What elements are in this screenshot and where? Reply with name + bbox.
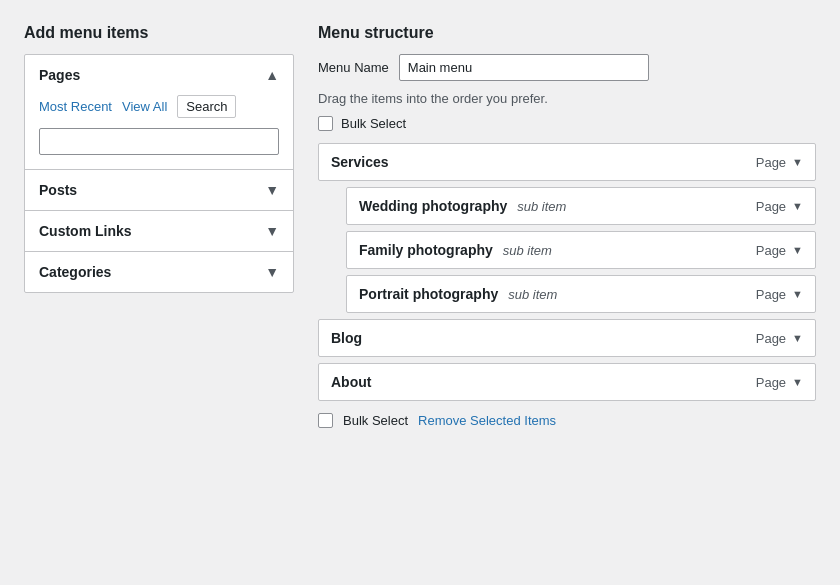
accordion-label-posts: Posts: [39, 182, 77, 198]
menu-item-services-toggle-icon[interactable]: ▼: [792, 156, 803, 168]
menu-item-services-name: Services: [331, 154, 389, 170]
accordion-label-categories: Categories: [39, 264, 111, 280]
menu-name-row: Menu Name: [318, 54, 816, 81]
menu-item-about-name: About: [331, 374, 371, 390]
menu-item-services-left: Services: [331, 154, 389, 170]
menu-item-wedding-type: Page: [756, 199, 786, 214]
categories-arrow-icon: ▼: [265, 264, 279, 280]
accordion-header-posts[interactable]: Posts ▼: [25, 170, 293, 210]
menu-item-about-right: Page ▼: [756, 375, 803, 390]
menu-item-portrait-name: Portrait photography: [359, 286, 498, 302]
menu-item-blog: Blog Page ▼: [318, 319, 816, 357]
menu-item-about-left: About: [331, 374, 371, 390]
menu-item-blog-right: Page ▼: [756, 331, 803, 346]
bulk-select-bottom-label: Bulk Select: [343, 413, 408, 428]
right-panel-title: Menu structure: [318, 24, 816, 42]
bulk-select-top-label: Bulk Select: [341, 116, 406, 131]
menu-name-label: Menu Name: [318, 60, 389, 75]
tab-most-recent[interactable]: Most Recent: [39, 99, 112, 114]
remove-selected-items-link[interactable]: Remove Selected Items: [418, 413, 556, 428]
left-panel-title: Add menu items: [24, 24, 294, 42]
accordion-item-categories: Categories ▼: [25, 252, 293, 292]
menu-item-family: Family photography sub item Page ▼: [346, 231, 816, 269]
menu-item-wedding-left: Wedding photography sub item: [359, 198, 566, 214]
menu-item-wedding-sub-label: sub item: [517, 199, 566, 214]
menu-item-portrait-left: Portrait photography sub item: [359, 286, 557, 302]
menu-item-about: About Page ▼: [318, 363, 816, 401]
accordion-item-custom-links: Custom Links ▼: [25, 211, 293, 252]
menu-structure-panel: Menu structure Menu Name Drag the items …: [318, 24, 816, 428]
bulk-select-top-checkbox[interactable]: [318, 116, 333, 131]
menu-item-family-right: Page ▼: [756, 243, 803, 258]
menu-name-input[interactable]: [399, 54, 649, 81]
accordion-label-custom-links: Custom Links: [39, 223, 132, 239]
menu-item-blog-name: Blog: [331, 330, 362, 346]
menu-item-services: Services Page ▼: [318, 143, 816, 181]
menu-item-family-left: Family photography sub item: [359, 242, 552, 258]
menu-item-services-right: Page ▼: [756, 155, 803, 170]
bulk-select-top-row: Bulk Select: [318, 116, 816, 131]
accordion-item-posts: Posts ▼: [25, 170, 293, 211]
bulk-select-bottom-checkbox[interactable]: [318, 413, 333, 428]
pages-content: Most Recent View All Search: [25, 95, 293, 169]
accordion-header-custom-links[interactable]: Custom Links ▼: [25, 211, 293, 251]
custom-links-arrow-icon: ▼: [265, 223, 279, 239]
menu-item-family-toggle-icon[interactable]: ▼: [792, 244, 803, 256]
menu-item-wedding-toggle-icon[interactable]: ▼: [792, 200, 803, 212]
menu-item-portrait-sub-label: sub item: [508, 287, 557, 302]
bulk-select-bottom-row: Bulk Select Remove Selected Items: [318, 413, 816, 428]
menu-item-about-type: Page: [756, 375, 786, 390]
menu-item-services-type: Page: [756, 155, 786, 170]
menu-item-family-type: Page: [756, 243, 786, 258]
menu-item-portrait-toggle-icon[interactable]: ▼: [792, 288, 803, 300]
add-menu-items-panel: Add menu items Pages ▲ Most Recent View …: [24, 24, 294, 293]
pages-arrow-icon: ▲: [265, 67, 279, 83]
accordion-item-pages: Pages ▲ Most Recent View All Search: [25, 55, 293, 170]
pages-tabs: Most Recent View All Search: [39, 95, 279, 118]
accordion-header-pages[interactable]: Pages ▲: [25, 55, 293, 95]
accordion-label-pages: Pages: [39, 67, 80, 83]
menu-item-portrait-right: Page ▼: [756, 287, 803, 302]
tab-search-button[interactable]: Search: [177, 95, 236, 118]
menu-structure-list: Services Page ▼ Wedding photography sub …: [318, 143, 816, 401]
drag-hint: Drag the items into the order you prefer…: [318, 91, 816, 106]
menu-item-wedding-name: Wedding photography: [359, 198, 507, 214]
menu-item-blog-type: Page: [756, 331, 786, 346]
accordion-header-categories[interactable]: Categories ▼: [25, 252, 293, 292]
menu-item-blog-left: Blog: [331, 330, 362, 346]
menu-item-portrait: Portrait photography sub item Page ▼: [346, 275, 816, 313]
pages-search-input[interactable]: [39, 128, 279, 155]
menu-item-family-name: Family photography: [359, 242, 493, 258]
accordion-box: Pages ▲ Most Recent View All Search Post…: [24, 54, 294, 293]
menu-item-wedding: Wedding photography sub item Page ▼: [346, 187, 816, 225]
menu-item-about-toggle-icon[interactable]: ▼: [792, 376, 803, 388]
tab-view-all[interactable]: View All: [122, 99, 167, 114]
menu-item-blog-toggle-icon[interactable]: ▼: [792, 332, 803, 344]
posts-arrow-icon: ▼: [265, 182, 279, 198]
menu-item-wedding-right: Page ▼: [756, 199, 803, 214]
menu-item-portrait-type: Page: [756, 287, 786, 302]
menu-item-family-sub-label: sub item: [503, 243, 552, 258]
